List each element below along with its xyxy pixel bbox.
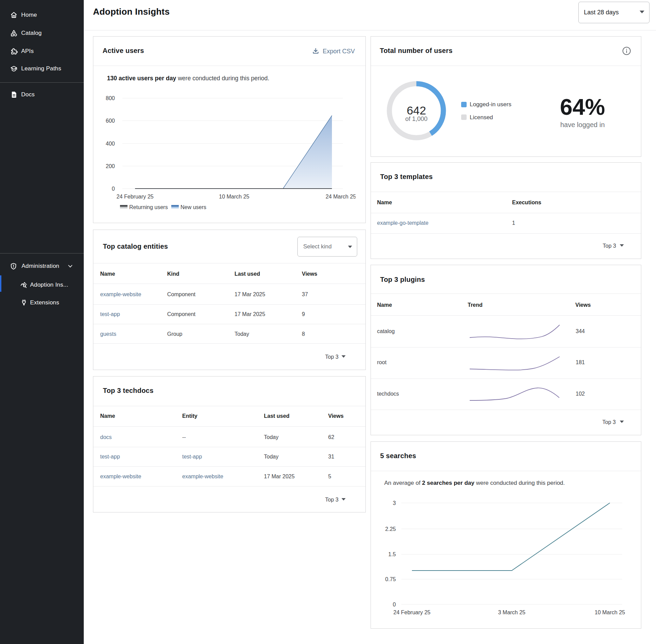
svg-text:600: 600 xyxy=(106,118,115,124)
svg-text:New users: New users xyxy=(180,204,206,210)
svg-text:10 March 25: 10 March 25 xyxy=(595,609,625,615)
svg-text:24 March 25: 24 March 25 xyxy=(326,194,356,200)
svg-text:0: 0 xyxy=(393,602,396,607)
svg-text:800: 800 xyxy=(106,95,115,101)
svg-text:400: 400 xyxy=(106,141,115,147)
svg-text:0: 0 xyxy=(112,186,115,192)
svg-text:3 March 25: 3 March 25 xyxy=(498,609,525,615)
svg-text:1.5: 1.5 xyxy=(388,551,396,557)
svg-text:3: 3 xyxy=(393,500,396,506)
svg-text:24 February 25: 24 February 25 xyxy=(117,194,154,200)
svg-text:200: 200 xyxy=(106,163,115,169)
svg-text:0.75: 0.75 xyxy=(385,576,396,582)
svg-text:2.25: 2.25 xyxy=(385,526,396,532)
svg-text:10 March 25: 10 March 25 xyxy=(219,194,250,200)
svg-text:24 February 25: 24 February 25 xyxy=(393,609,431,615)
svg-text:Returning users: Returning users xyxy=(129,204,168,210)
